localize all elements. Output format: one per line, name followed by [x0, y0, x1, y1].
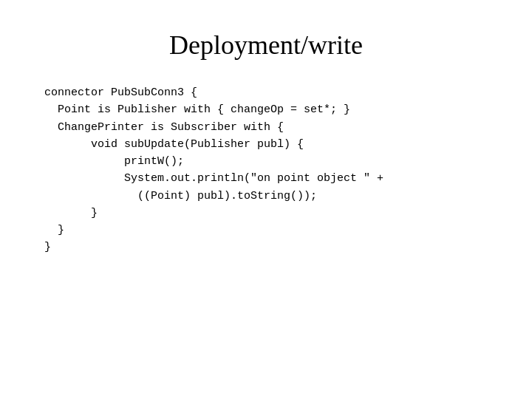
code-block: connector PubSubConn3 { Point is Publish…	[44, 84, 383, 256]
slide-title: Deployment/write	[44, 30, 488, 61]
slide: Deployment/write connector PubSubConn3 {…	[0, 0, 532, 399]
